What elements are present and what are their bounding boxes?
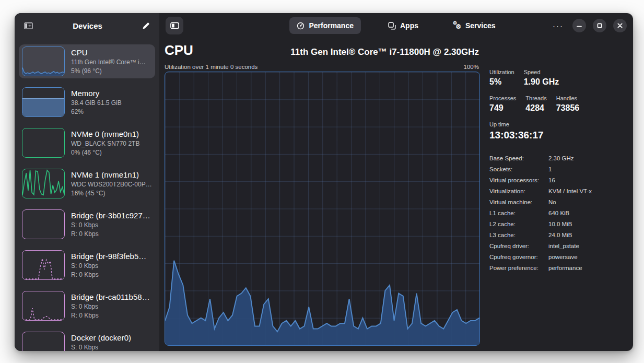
device-value: 16% (45 °C) xyxy=(71,190,152,197)
device-value: R: 0 Kbps xyxy=(71,230,150,238)
stat-value: 13:03:36:17 xyxy=(489,130,544,141)
edit-devices-button[interactable] xyxy=(140,20,152,32)
device-value: 62% xyxy=(71,108,122,115)
stat-speed: Speed1.90 GHz xyxy=(524,69,559,87)
detail-value: No xyxy=(548,199,556,205)
detail-row: Cpufreq driver:intel_pstate xyxy=(489,240,624,251)
sidebar-title: Devices xyxy=(35,21,140,30)
window-controls: ··· xyxy=(551,19,627,32)
device-item-bridge-ca011b58[interactable]: Bridge (br-ca011b58…S: 0 KbpsR: 0 Kbps xyxy=(19,289,155,323)
stats-pane: Utilization5%Speed1.90 GHzProcesses749Th… xyxy=(489,69,624,273)
main-content: CPU 11th Gen Intel® Core™ i7-11800H @ 2.… xyxy=(159,13,633,351)
detail-row: L1 cache:640 KiB xyxy=(489,207,624,218)
stat-threads: Threads4284 xyxy=(525,95,546,113)
device-text: Memory38.4 GiB 61.5 GiB62% xyxy=(71,89,122,115)
detail-label: Virtual processors: xyxy=(489,177,548,183)
maximize-icon xyxy=(597,23,602,28)
detail-label: L1 cache: xyxy=(489,210,548,216)
stat-group-1: Processes749Threads4284Handles73856 xyxy=(489,95,624,113)
device-text: Bridge (br-ca011b58…S: 0 KbpsR: 0 Kbps xyxy=(71,292,150,319)
stat-groups: Utilization5%Speed1.90 GHzProcesses749Th… xyxy=(489,69,624,141)
detail-row: L3 cache:24.0 MiB xyxy=(489,229,624,240)
detail-value: 2.30 GHz xyxy=(548,155,574,161)
pencil-icon xyxy=(142,22,150,30)
device-graph-nvme1 xyxy=(22,169,65,198)
detail-label: Base Speed: xyxy=(489,155,548,161)
cpu-utilization-area xyxy=(165,72,479,345)
cpu-title-row: CPU 11th Gen Intel® Core™ i7-11800H @ 2.… xyxy=(165,42,479,58)
detail-label: L3 cache: xyxy=(489,232,548,238)
device-item-memory[interactable]: Memory38.4 GiB 61.5 GiB62% xyxy=(19,85,155,119)
minimize-button[interactable] xyxy=(572,19,586,32)
stat-processes: Processes749 xyxy=(489,95,516,113)
close-button[interactable] xyxy=(613,19,627,32)
sidebar-toggle-button[interactable] xyxy=(166,17,183,34)
chart-meta: Utilization over 1 minute 0 seconds 100% xyxy=(165,64,479,70)
device-item-docker0[interactable]: Docker (docker0)S: 0 KbpsR: 0 Kbps xyxy=(19,330,155,351)
device-graph-docker0 xyxy=(22,332,65,351)
stat-value: 4284 xyxy=(525,103,546,113)
stat-label: Up time xyxy=(489,121,544,127)
device-title: Memory xyxy=(71,89,122,98)
detail-label: Power preference: xyxy=(489,265,548,271)
device-item-cpu[interactable]: CPU11th Gen Intel® Core™ i…5% (96 °C) xyxy=(19,44,155,78)
stat-label: Threads xyxy=(525,95,546,101)
stat-label: Handles xyxy=(556,95,580,101)
stat-value: 73856 xyxy=(556,103,580,113)
stat-label: Processes xyxy=(489,95,516,101)
device-subtitle: S: 0 Kbps xyxy=(71,262,146,270)
devices-sidebar: Devices CPU11th Gen Intel® Core™ i…5% (9… xyxy=(15,13,159,351)
device-item-bridge-3b01c927[interactable]: Bridge (br-3b01c927…S: 0 KbpsR: 0 Kbps xyxy=(19,207,155,241)
detail-label: Virtualization: xyxy=(489,188,548,194)
device-item-nvme1[interactable]: NVMe 1 (nvme1n1)WDC WDS200T2B0C-00P…16% … xyxy=(19,167,155,201)
maximize-button[interactable] xyxy=(593,19,606,32)
device-title: NVMe 1 (nvme1n1) xyxy=(71,170,152,179)
device-title: CPU xyxy=(71,48,146,57)
stat-value: 749 xyxy=(489,103,516,113)
chart-max-label: 100% xyxy=(464,64,479,70)
device-graph-bridge-98f3feb5 xyxy=(22,250,65,280)
stat-group-0: Utilization5%Speed1.90 GHz xyxy=(489,69,624,87)
detail-value: intel_pstate xyxy=(548,243,579,249)
minimize-icon xyxy=(577,23,582,28)
stat-label: Utilization xyxy=(489,69,514,75)
detail-value: 1 xyxy=(548,166,552,172)
stat-value: 1.90 GHz xyxy=(524,77,559,87)
device-graph-bridge-ca011b58 xyxy=(22,291,65,321)
device-title: Docker (docker0) xyxy=(71,333,131,342)
memory-usage-fill xyxy=(22,98,64,116)
app-window: Devices CPU11th Gen Intel® Core™ i…5% (9… xyxy=(15,13,633,351)
stat-value: 5% xyxy=(489,77,514,87)
device-subtitle: WD_BLACK SN770 2TB xyxy=(71,140,139,147)
device-text: NVMe 1 (nvme1n1)WDC WDS200T2B0C-00P…16% … xyxy=(71,170,152,197)
device-title: Bridge (br-ca011b58… xyxy=(71,292,150,301)
detail-label: Cpufreq governor: xyxy=(489,254,548,260)
device-title: Bridge (br-98f3feb5… xyxy=(71,252,146,261)
stat-group-2: Up time13:03:36:17 xyxy=(489,121,624,141)
device-graph-nvme0 xyxy=(22,128,65,158)
devices-overview-button[interactable] xyxy=(22,20,35,31)
device-text: Bridge (br-3b01c927…S: 0 KbpsR: 0 Kbps xyxy=(71,211,150,238)
sidebar-toggle-icon xyxy=(170,22,179,29)
device-value: R: 0 Kbps xyxy=(71,312,150,319)
device-item-nvme0[interactable]: NVMe 0 (nvme0n1)WD_BLACK SN770 2TB0% (46… xyxy=(19,126,155,160)
detail-row: Base Speed:2.30 GHz xyxy=(489,153,624,163)
stat-utilization: Utilization5% xyxy=(489,69,514,87)
device-title: NVMe 0 (nvme0n1) xyxy=(71,130,139,138)
detail-row: Power preference:performance xyxy=(489,262,624,273)
primary-menu-button[interactable]: ··· xyxy=(551,19,566,32)
page-title: CPU xyxy=(165,42,193,58)
cpu-utilization-chart xyxy=(165,72,480,346)
device-list: CPU11th Gen Intel® Core™ i…5% (96 °C)Mem… xyxy=(15,38,159,351)
cpu-model-name: 11th Gen Intel® Core™ i7-11800H @ 2.30GH… xyxy=(290,47,479,57)
detail-row: Cpufreq governor:powersave xyxy=(489,251,624,262)
stat-up-time: Up time13:03:36:17 xyxy=(489,121,544,141)
stat-handles: Handles73856 xyxy=(556,95,580,113)
device-item-bridge-98f3feb5[interactable]: Bridge (br-98f3feb5…S: 0 KbpsR: 0 Kbps xyxy=(19,248,155,282)
detail-row: Virtual processors:16 xyxy=(489,174,624,185)
device-subtitle: WDC WDS200T2B0C-00P… xyxy=(71,181,152,188)
device-graph-bridge-3b01c927 xyxy=(22,209,65,239)
device-graph-cpu xyxy=(22,46,65,76)
device-title: Bridge (br-3b01c927… xyxy=(71,211,150,220)
sidebar-header: Devices xyxy=(15,13,159,38)
